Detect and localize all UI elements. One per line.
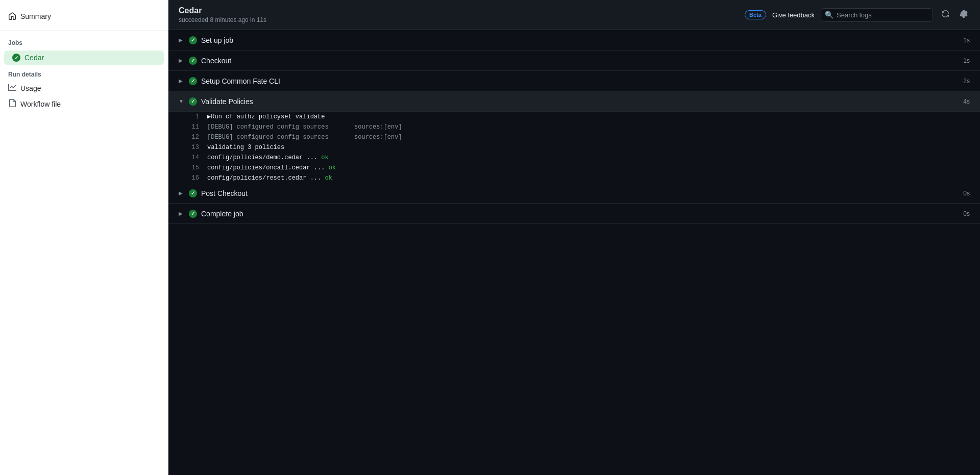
sidebar-item-usage[interactable]: Usage (0, 80, 168, 96)
job-title-section: Cedar succeeded 8 minutes ago in 11s (179, 6, 266, 23)
line-number: 14 (179, 153, 199, 163)
step-name-post-checkout: Post Checkout (201, 189, 963, 197)
sidebar: Summary Jobs Cedar Run details Usage Wor… (0, 0, 168, 475)
step-success-icon-checkout (189, 57, 197, 65)
job-title: Cedar (179, 6, 266, 15)
log-line: 14config/policies/demo.cedar ... ok (168, 153, 980, 163)
log-lines-validate-policies: 1▶Run cf authz policyset validate11[DEBU… (168, 112, 980, 183)
line-content: [DEBUG] configured config sources source… (207, 122, 402, 132)
step-row-checkout[interactable]: ▶Checkout1s (168, 51, 980, 71)
usage-label: Usage (20, 84, 41, 92)
step-duration-complete-job: 0s (963, 210, 970, 217)
ok-text: ok (321, 154, 328, 161)
line-number: 13 (179, 142, 199, 153)
line-content: ▶Run cf authz policyset validate (207, 112, 325, 122)
step-chevron-setup-cli: ▶ (179, 78, 189, 84)
line-content: config/policies/reset.cedar ... ok (207, 173, 332, 183)
give-feedback-button[interactable]: Give feedback (772, 11, 815, 19)
header-actions: Beta Give feedback 🔍 (745, 8, 970, 22)
workflow-file-icon (8, 99, 16, 109)
job-subtitle: succeeded 8 minutes ago in 11s (179, 16, 266, 23)
workflow-file-label: Workflow file (20, 100, 61, 108)
step-success-icon-post-checkout (189, 189, 197, 197)
step-chevron-post-checkout: ▶ (179, 190, 189, 196)
job-success-icon (12, 54, 20, 62)
step-name-checkout: Checkout (201, 57, 963, 65)
step-chevron-complete-job: ▶ (179, 211, 189, 216)
line-number: 15 (179, 163, 199, 173)
line-content: config/policies/demo.cedar ... ok (207, 153, 329, 163)
line-number: 11 (179, 122, 199, 132)
sidebar-divider (0, 31, 168, 31)
home-icon (8, 12, 16, 20)
line-number: 12 (179, 132, 199, 142)
sidebar-job-cedar[interactable]: Cedar (4, 51, 164, 65)
step-name-setup-cli: Setup Common Fate CLI (201, 77, 963, 85)
beta-badge: Beta (745, 10, 766, 19)
step-chevron-validate-policies: ▼ (179, 98, 189, 104)
step-duration-setup-cli: 2s (963, 78, 970, 85)
run-details-label: Run details (0, 65, 168, 80)
step-duration-checkout: 1s (963, 57, 970, 64)
line-content: config/policies/oncall.cedar ... ok (207, 163, 336, 173)
log-area: ▶Set up job1s▶Checkout1s▶Setup Common Fa… (168, 30, 980, 475)
step-row-set-up-job[interactable]: ▶Set up job1s (168, 30, 980, 51)
step-name-set-up-job: Set up job (201, 36, 963, 44)
ok-text: ok (325, 174, 332, 182)
job-header: Cedar succeeded 8 minutes ago in 11s Bet… (168, 0, 980, 30)
step-success-icon-setup-cli (189, 77, 197, 85)
log-line: 1▶Run cf authz policyset validate (168, 112, 980, 122)
sidebar-summary-label: Summary (20, 12, 51, 20)
step-name-complete-job: Complete job (201, 210, 963, 218)
step-duration-post-checkout: 0s (963, 190, 970, 197)
step-chevron-checkout: ▶ (179, 58, 189, 63)
sidebar-item-summary[interactable]: Summary (0, 8, 168, 24)
search-logs-input[interactable] (821, 8, 933, 22)
main-content: Cedar succeeded 8 minutes ago in 11s Bet… (168, 0, 980, 475)
line-content: validating 3 policies (207, 142, 284, 153)
log-line: 12[DEBUG] configured config sources sour… (168, 132, 980, 142)
log-line: 15config/policies/oncall.cedar ... ok (168, 163, 980, 173)
log-line: 11[DEBUG] configured config sources sour… (168, 122, 980, 132)
line-content: [DEBUG] configured config sources source… (207, 132, 402, 142)
step-success-icon-complete-job (189, 210, 197, 218)
line-number: 16 (179, 173, 199, 183)
step-success-icon-set-up-job (189, 36, 197, 44)
cedar-job-label: Cedar (24, 54, 44, 62)
settings-button[interactable] (958, 8, 970, 22)
jobs-section-label: Jobs (0, 37, 168, 48)
step-row-setup-cli[interactable]: ▶Setup Common Fate CLI2s (168, 71, 980, 91)
line-number: 1 (179, 112, 199, 122)
refresh-button[interactable] (939, 8, 951, 22)
sidebar-item-workflow-file[interactable]: Workflow file (0, 96, 168, 112)
step-duration-set-up-job: 1s (963, 37, 970, 44)
step-row-complete-job[interactable]: ▶Complete job0s (168, 204, 980, 224)
step-duration-validate-policies: 4s (963, 98, 970, 105)
log-line: 16config/policies/reset.cedar ... ok (168, 173, 980, 183)
step-success-icon-validate-policies (189, 97, 197, 106)
ok-text: ok (329, 164, 336, 171)
step-row-validate-policies[interactable]: ▼Validate Policies4s (168, 91, 980, 112)
step-row-post-checkout[interactable]: ▶Post Checkout0s (168, 183, 980, 204)
step-chevron-set-up-job: ▶ (179, 37, 189, 43)
search-logs-wrapper: 🔍 (821, 8, 933, 22)
step-name-validate-policies: Validate Policies (201, 97, 963, 106)
log-line: 13validating 3 policies (168, 142, 980, 153)
usage-icon (8, 83, 16, 93)
